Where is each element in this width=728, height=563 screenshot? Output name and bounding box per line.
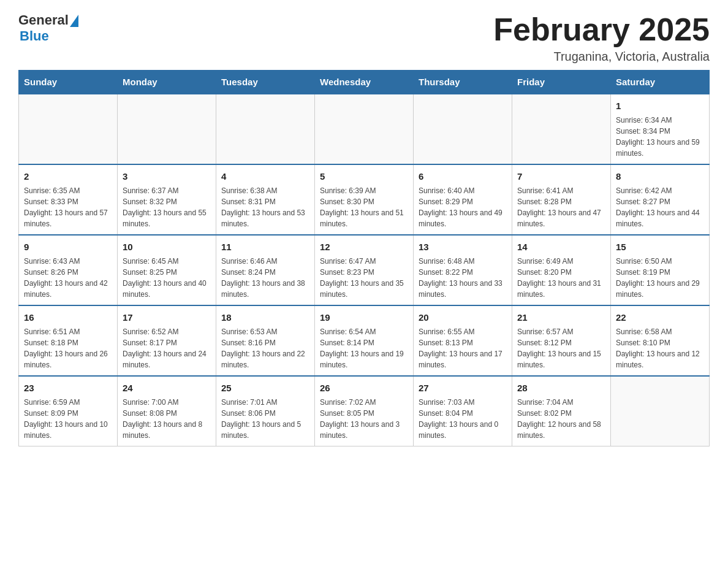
day-number: 12 (320, 240, 408, 253)
calendar-cell: 1Sunrise: 6:34 AM Sunset: 8:34 PM Daylig… (611, 94, 710, 164)
calendar-cell (315, 94, 414, 164)
week-row-1: 1Sunrise: 6:34 AM Sunset: 8:34 PM Daylig… (19, 94, 710, 164)
day-info: Sunrise: 6:41 AM Sunset: 8:28 PM Dayligh… (517, 185, 605, 229)
day-number: 14 (517, 240, 605, 253)
day-number: 23 (24, 381, 112, 394)
day-info: Sunrise: 6:50 AM Sunset: 8:19 PM Dayligh… (616, 256, 704, 300)
day-number: 26 (320, 381, 408, 394)
day-header-tuesday: Tuesday (216, 71, 315, 94)
calendar-cell: 12Sunrise: 6:47 AM Sunset: 8:23 PM Dayli… (315, 235, 414, 305)
day-info: Sunrise: 6:59 AM Sunset: 8:09 PM Dayligh… (24, 397, 112, 441)
day-number: 1 (616, 99, 704, 112)
day-info: Sunrise: 6:48 AM Sunset: 8:22 PM Dayligh… (419, 256, 507, 300)
day-number: 7 (517, 170, 605, 183)
day-info: Sunrise: 6:45 AM Sunset: 8:25 PM Dayligh… (123, 256, 211, 300)
day-header-monday: Monday (118, 71, 216, 94)
calendar-cell: 6Sunrise: 6:40 AM Sunset: 8:29 PM Daylig… (414, 164, 512, 235)
calendar-cell: 17Sunrise: 6:52 AM Sunset: 8:17 PM Dayli… (118, 305, 216, 376)
logo-blue-text: Blue (20, 28, 49, 44)
day-header-thursday: Thursday (414, 71, 512, 94)
day-number: 24 (123, 381, 211, 394)
calendar-cell: 3Sunrise: 6:37 AM Sunset: 8:32 PM Daylig… (118, 164, 216, 235)
day-info: Sunrise: 6:51 AM Sunset: 8:18 PM Dayligh… (24, 326, 112, 370)
day-number: 15 (616, 240, 704, 253)
day-number: 4 (221, 170, 309, 183)
day-info: Sunrise: 7:02 AM Sunset: 8:05 PM Dayligh… (320, 397, 408, 441)
day-info: Sunrise: 7:03 AM Sunset: 8:04 PM Dayligh… (419, 397, 507, 441)
day-info: Sunrise: 7:04 AM Sunset: 8:02 PM Dayligh… (517, 397, 605, 441)
day-info: Sunrise: 6:34 AM Sunset: 8:34 PM Dayligh… (616, 115, 704, 159)
week-row-5: 23Sunrise: 6:59 AM Sunset: 8:09 PM Dayli… (19, 376, 710, 446)
calendar-cell: 16Sunrise: 6:51 AM Sunset: 8:18 PM Dayli… (19, 305, 118, 376)
calendar-cell: 24Sunrise: 7:00 AM Sunset: 8:08 PM Dayli… (118, 376, 216, 446)
calendar-cell (118, 94, 216, 164)
day-info: Sunrise: 6:37 AM Sunset: 8:32 PM Dayligh… (123, 185, 211, 229)
logo: General Blue (18, 12, 78, 44)
location-text: Truganina, Victoria, Australia (493, 50, 710, 64)
day-number: 20 (419, 311, 507, 324)
logo-triangle-icon (70, 15, 78, 27)
day-number: 11 (221, 240, 309, 253)
day-number: 13 (419, 240, 507, 253)
day-info: Sunrise: 6:39 AM Sunset: 8:30 PM Dayligh… (320, 185, 408, 229)
calendar-cell: 5Sunrise: 6:39 AM Sunset: 8:30 PM Daylig… (315, 164, 414, 235)
calendar-cell (216, 94, 315, 164)
week-row-2: 2Sunrise: 6:35 AM Sunset: 8:33 PM Daylig… (19, 164, 710, 235)
day-number: 19 (320, 311, 408, 324)
calendar-cell: 15Sunrise: 6:50 AM Sunset: 8:19 PM Dayli… (611, 235, 710, 305)
calendar-cell (512, 94, 611, 164)
day-info: Sunrise: 6:53 AM Sunset: 8:16 PM Dayligh… (221, 326, 309, 370)
calendar-cell: 9Sunrise: 6:43 AM Sunset: 8:26 PM Daylig… (19, 235, 118, 305)
day-info: Sunrise: 6:57 AM Sunset: 8:12 PM Dayligh… (517, 326, 605, 370)
day-number: 28 (517, 381, 605, 394)
day-number: 6 (419, 170, 507, 183)
calendar-cell: 21Sunrise: 6:57 AM Sunset: 8:12 PM Dayli… (512, 305, 611, 376)
day-info: Sunrise: 6:43 AM Sunset: 8:26 PM Dayligh… (24, 256, 112, 300)
day-info: Sunrise: 6:38 AM Sunset: 8:31 PM Dayligh… (221, 185, 309, 229)
week-row-4: 16Sunrise: 6:51 AM Sunset: 8:18 PM Dayli… (19, 305, 710, 376)
calendar-cell: 20Sunrise: 6:55 AM Sunset: 8:13 PM Dayli… (414, 305, 512, 376)
day-info: Sunrise: 6:35 AM Sunset: 8:33 PM Dayligh… (24, 185, 112, 229)
day-number: 10 (123, 240, 211, 253)
calendar-cell: 11Sunrise: 6:46 AM Sunset: 8:24 PM Dayli… (216, 235, 315, 305)
day-info: Sunrise: 6:49 AM Sunset: 8:20 PM Dayligh… (517, 256, 605, 300)
calendar-cell: 13Sunrise: 6:48 AM Sunset: 8:22 PM Dayli… (414, 235, 512, 305)
day-info: Sunrise: 6:46 AM Sunset: 8:24 PM Dayligh… (221, 256, 309, 300)
week-row-3: 9Sunrise: 6:43 AM Sunset: 8:26 PM Daylig… (19, 235, 710, 305)
day-number: 9 (24, 240, 112, 253)
calendar-cell: 27Sunrise: 7:03 AM Sunset: 8:04 PM Dayli… (414, 376, 512, 446)
day-info: Sunrise: 6:47 AM Sunset: 8:23 PM Dayligh… (320, 256, 408, 300)
day-number: 21 (517, 311, 605, 324)
day-number: 18 (221, 311, 309, 324)
calendar-cell: 25Sunrise: 7:01 AM Sunset: 8:06 PM Dayli… (216, 376, 315, 446)
calendar-cell (19, 94, 118, 164)
calendar-cell: 14Sunrise: 6:49 AM Sunset: 8:20 PM Dayli… (512, 235, 611, 305)
day-info: Sunrise: 6:42 AM Sunset: 8:27 PM Dayligh… (616, 185, 704, 229)
day-info: Sunrise: 6:54 AM Sunset: 8:14 PM Dayligh… (320, 326, 408, 370)
day-info: Sunrise: 7:00 AM Sunset: 8:08 PM Dayligh… (123, 397, 211, 441)
day-number: 5 (320, 170, 408, 183)
day-number: 3 (123, 170, 211, 183)
day-number: 8 (616, 170, 704, 183)
calendar-cell: 26Sunrise: 7:02 AM Sunset: 8:05 PM Dayli… (315, 376, 414, 446)
day-number: 2 (24, 170, 112, 183)
day-info: Sunrise: 6:58 AM Sunset: 8:10 PM Dayligh… (616, 326, 704, 370)
day-header-saturday: Saturday (611, 71, 710, 94)
calendar-cell: 2Sunrise: 6:35 AM Sunset: 8:33 PM Daylig… (19, 164, 118, 235)
calendar-cell: 23Sunrise: 6:59 AM Sunset: 8:09 PM Dayli… (19, 376, 118, 446)
calendar-cell: 19Sunrise: 6:54 AM Sunset: 8:14 PM Dayli… (315, 305, 414, 376)
day-number: 22 (616, 311, 704, 324)
day-header-sunday: Sunday (19, 71, 118, 94)
calendar-cell (611, 376, 710, 446)
calendar-table: SundayMondayTuesdayWednesdayThursdayFrid… (18, 70, 710, 446)
calendar-cell: 18Sunrise: 6:53 AM Sunset: 8:16 PM Dayli… (216, 305, 315, 376)
calendar-header-row: SundayMondayTuesdayWednesdayThursdayFrid… (19, 71, 710, 94)
day-info: Sunrise: 7:01 AM Sunset: 8:06 PM Dayligh… (221, 397, 309, 441)
day-number: 16 (24, 311, 112, 324)
day-number: 17 (123, 311, 211, 324)
calendar-cell: 22Sunrise: 6:58 AM Sunset: 8:10 PM Dayli… (611, 305, 710, 376)
calendar-cell: 7Sunrise: 6:41 AM Sunset: 8:28 PM Daylig… (512, 164, 611, 235)
calendar-cell: 8Sunrise: 6:42 AM Sunset: 8:27 PM Daylig… (611, 164, 710, 235)
day-header-wednesday: Wednesday (315, 71, 414, 94)
page-header: General Blue February 2025 Truganina, Vi… (18, 12, 710, 64)
